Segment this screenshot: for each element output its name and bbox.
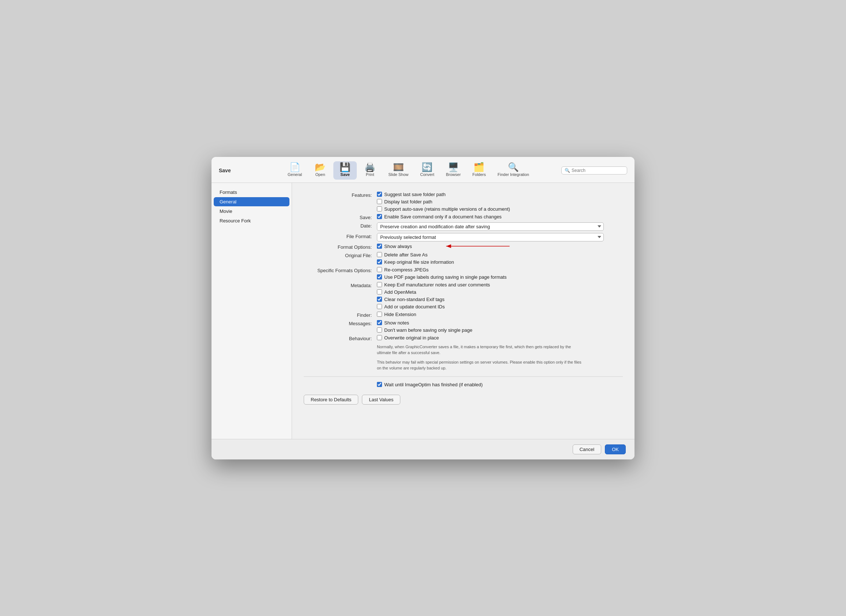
toolbar-label-convert: Convert xyxy=(420,172,434,177)
dont-warn-checkbox[interactable] xyxy=(377,327,382,333)
delete-after-save-label: Delete after Save As xyxy=(384,252,428,258)
save-enable-row: Enable Save command only if a document h… xyxy=(377,214,502,220)
messages-content: Show notes Don't warn before saving only… xyxy=(377,320,472,333)
behaviour-content: Overwrite original in place Normally, wh… xyxy=(377,335,582,371)
sidebar-item-formats[interactable]: Formats xyxy=(214,188,289,197)
toolbar-item-general[interactable]: 📄 General xyxy=(282,161,307,180)
toolbar-item-folders[interactable]: 🗂️ Folders xyxy=(467,161,491,180)
toolbar-icon-save: 💾 xyxy=(339,163,351,172)
save-enable-label: Enable Save command only if a document h… xyxy=(384,214,502,220)
fileformat-content: Previously selected format xyxy=(377,233,604,241)
last-values-button[interactable]: Last Values xyxy=(362,395,400,405)
display-folder-label: Display last folder path xyxy=(384,199,433,204)
formatoptions-row: Format Options: Show always xyxy=(304,243,623,250)
metadata-content: Keep Exif manufacturer notes and user co… xyxy=(377,282,490,309)
hide-ext-row: Hide Extension xyxy=(377,312,416,317)
imageoptim-wait-checkbox[interactable] xyxy=(377,382,382,387)
formatoptions-content: Show always xyxy=(377,243,412,249)
window-footer: Cancel OK xyxy=(212,439,634,459)
toolbar-item-save[interactable]: 💾 Save xyxy=(333,161,357,180)
toolbar-icon-finder: 🔍 xyxy=(508,163,519,172)
keep-filesize-checkbox[interactable] xyxy=(377,260,382,264)
show-notes-checkbox[interactable] xyxy=(377,320,382,325)
fileformat-label: File Format: xyxy=(304,233,377,239)
toolbar-item-print[interactable]: 🖨️ Print xyxy=(358,161,382,180)
add-openmeta-row: Add OpenMeta xyxy=(377,289,490,295)
clear-exif-checkbox[interactable] xyxy=(377,297,382,302)
finder-label: Finder: xyxy=(304,312,377,318)
originalfile-label: Original File: xyxy=(304,252,377,258)
imageoptim-wait-row: Wait until ImageOptim has finished (if e… xyxy=(377,382,483,387)
imageoptim-content: Wait until ImageOptim has finished (if e… xyxy=(377,382,483,387)
hide-ext-checkbox[interactable] xyxy=(377,312,382,317)
toolbar-item-convert[interactable]: 🔄 Convert xyxy=(415,161,439,180)
dont-warn-row: Don't warn before saving only single pag… xyxy=(377,327,472,333)
date-row: Date: Preserve creation and modification… xyxy=(304,222,623,231)
add-openmeta-checkbox[interactable] xyxy=(377,289,382,295)
specificformats-label: Specific Formats Options: xyxy=(304,267,377,273)
hide-ext-label: Hide Extension xyxy=(384,312,416,317)
recompress-checkbox[interactable] xyxy=(377,267,382,272)
autosave-label: Support auto-save (retains multiple vers… xyxy=(384,206,510,212)
sidebar-item-movie[interactable]: Movie xyxy=(214,207,289,216)
show-notes-row: Show notes xyxy=(377,320,472,326)
date-dropdown[interactable]: Preserve creation and modification date … xyxy=(377,222,604,231)
behaviour-desc2: This behavior may fail with special perm… xyxy=(377,359,582,371)
metadata-row: Metadata: Keep Exif manufacturer notes a… xyxy=(304,282,623,309)
overwrite-checkbox[interactable] xyxy=(377,335,382,340)
search-bar[interactable]: 🔍 xyxy=(561,166,627,175)
toolbar-label-general: General xyxy=(288,172,302,177)
search-input[interactable] xyxy=(571,168,623,173)
toolbar-label-folders: Folders xyxy=(472,172,486,177)
keep-exif-row: Keep Exif manufacturer notes and user co… xyxy=(377,282,490,287)
toolbar-label-open: Open xyxy=(316,172,325,177)
display-folder-checkbox[interactable] xyxy=(377,199,382,204)
autosave-row: Support auto-save (retains multiple vers… xyxy=(377,206,510,212)
toolbar-item-slideshow[interactable]: 🎞️ Slide Show xyxy=(383,161,413,180)
toolbar-icon-browser: 🖥️ xyxy=(448,163,459,172)
show-always-row: Show always xyxy=(377,243,412,249)
sidebar-item-general[interactable]: General xyxy=(214,197,289,206)
sidebar-item-resource-fork[interactable]: Resource Fork xyxy=(214,216,289,225)
cancel-button[interactable]: Cancel xyxy=(573,444,601,454)
toolbar-label-print: Print xyxy=(366,172,375,177)
messages-label: Messages: xyxy=(304,320,377,326)
suggest-folder-row: Suggest last save folder path xyxy=(377,192,510,197)
add-doc-ids-label: Add or update document IDs xyxy=(384,304,445,309)
behaviour-label: Behaviour: xyxy=(304,335,377,341)
show-always-label: Show always xyxy=(384,243,412,249)
toolbar-label-browser: Browser xyxy=(446,172,461,177)
suggest-folder-label: Suggest last save folder path xyxy=(384,192,446,197)
toolbar-item-browser[interactable]: 🖥️ Browser xyxy=(441,161,466,180)
ok-button[interactable]: OK xyxy=(605,444,626,454)
pdf-labels-row: Use PDF page labels during saving in sin… xyxy=(377,274,507,280)
restore-defaults-button[interactable]: Restore to Defaults xyxy=(304,395,358,405)
toolbar-item-open[interactable]: 📂 Open xyxy=(308,161,332,180)
show-always-checkbox[interactable] xyxy=(377,243,382,249)
save-enable-checkbox[interactable] xyxy=(377,214,382,219)
fileformat-dropdown[interactable]: Previously selected format xyxy=(377,233,604,241)
toolbar-item-finder[interactable]: 🔍 Finder Integration xyxy=(492,161,534,180)
toolbar-icon-folders: 🗂️ xyxy=(473,163,485,172)
delete-after-save-checkbox[interactable] xyxy=(377,252,382,257)
finder-row: Finder: Hide Extension xyxy=(304,312,623,318)
bottom-buttons: Restore to Defaults Last Values xyxy=(304,395,623,405)
add-doc-ids-checkbox[interactable] xyxy=(377,304,382,309)
toolbar-label-slideshow: Slide Show xyxy=(388,172,408,177)
keep-filesize-row: Keep original file size information xyxy=(377,260,454,265)
suggest-folder-checkbox[interactable] xyxy=(377,192,382,197)
toolbar-icon-open: 📂 xyxy=(315,163,326,172)
fileformat-row: File Format: Previously selected format xyxy=(304,233,623,241)
keep-exif-checkbox[interactable] xyxy=(377,282,382,287)
autosave-checkbox[interactable] xyxy=(377,206,382,211)
toolbar-icon-general: 📄 xyxy=(289,163,300,172)
content-area: FormatsGeneralMovieResource Fork Feature… xyxy=(212,183,634,439)
formatoptions-label: Format Options: xyxy=(304,243,377,250)
specificformats-content: Re-compress JPEGs Use PDF page labels du… xyxy=(377,267,507,280)
save-row: Save: Enable Save command only if a docu… xyxy=(304,214,623,220)
clear-exif-label: Clear non-standard Exif tags xyxy=(384,297,445,302)
recompress-row: Re-compress JPEGs xyxy=(377,267,507,273)
pdf-labels-checkbox[interactable] xyxy=(377,274,382,279)
delete-after-save-row: Delete after Save As xyxy=(377,252,454,258)
search-icon: 🔍 xyxy=(565,168,570,173)
